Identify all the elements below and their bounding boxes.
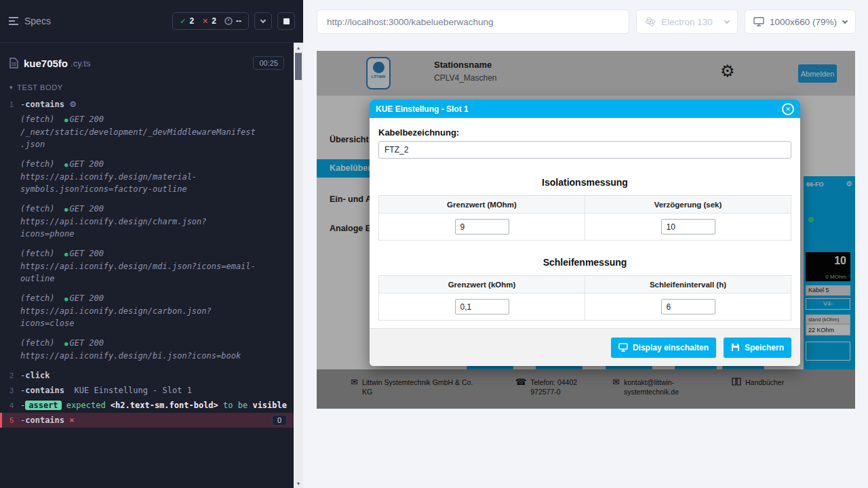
fetch-url: https://api.iconify.design/material-symb… — [20, 171, 259, 195]
gear-icon: ⚙ — [69, 100, 77, 109]
scroll-down-icon[interactable]: ▼ — [294, 479, 303, 488]
aut-iframe: LITTWIN Stationsname CPLV4_Maschen ⚙ Abm… — [317, 51, 855, 409]
assert-target: <h2.text-sm.font-bold> — [111, 401, 218, 410]
command-message: KUE Einstellung - Slot 1 — [74, 386, 191, 395]
fetch-url: /_next/static/development/_devMiddleware… — [20, 126, 259, 150]
caret-down-icon: ▾ — [9, 84, 13, 91]
aut-toolbar: Electron 130 1000x660 (79%) — [303, 0, 868, 43]
command-log: kue705fo .cy.ts 00:25 ▾ TEST BODY 1 cont… — [0, 43, 294, 488]
display-on-label: Display einschalten — [633, 343, 709, 352]
fetch-url: https://api.iconify.design/carbon.json?i… — [20, 305, 259, 329]
iso-col-verzoegerung: Verzögerung (sek) — [585, 196, 791, 214]
network-log-row[interactable]: (fetch) ●GET 200 https://api.iconify.des… — [0, 157, 294, 197]
save-icon — [731, 343, 740, 352]
pending-count: -- — [224, 16, 241, 26]
viewport-select[interactable]: 1000x660 (79%) — [745, 9, 856, 34]
loop-col-intervall: Schleifenintervall (h) — [585, 276, 791, 293]
cross-icon: ✕ — [202, 17, 208, 26]
address-bar[interactable] — [317, 9, 629, 34]
fetch-label: (fetch) — [20, 249, 55, 258]
isolation-table: Grenzwert (MOhm) Verzögerung (sek) — [378, 195, 791, 241]
status-dot-icon: ● — [64, 161, 68, 168]
assert-be: be — [238, 401, 248, 410]
network-log-row[interactable]: (fetch) ●GET 200 https://api.iconify.des… — [0, 291, 294, 331]
spec-extension: .cy.ts — [71, 58, 90, 68]
stop-tests-button[interactable] — [277, 12, 295, 30]
fetch-label: (fetch) — [20, 338, 55, 348]
failed-argument: × — [69, 415, 74, 425]
fetch-status: GET 200 — [69, 338, 104, 348]
specs-list-icon — [8, 16, 19, 26]
fetch-label: (fetch) — [20, 293, 55, 303]
scroll-up-icon[interactable]: ▲ — [294, 43, 303, 52]
scrollbar-thumb[interactable] — [295, 53, 302, 80]
chevron-down-icon — [724, 18, 730, 23]
assert-state: visible — [252, 401, 287, 410]
loop-col-grenzwert: Grenzwert (kOhm) — [379, 276, 585, 293]
status-dot-icon: ● — [64, 340, 68, 347]
reporter-header: Specs ✓2 ✕2 -- — [0, 0, 303, 43]
fetch-url: https://api.iconify.design/bi.json?icons… — [20, 350, 259, 362]
status-dot-icon: ● — [64, 251, 68, 258]
loop-table: Grenzwert (kOhm) Schleifenintervall (h) — [378, 275, 791, 321]
command-row-assert[interactable]: 4 assert expected <h2.text-sm.font-bold>… — [0, 398, 294, 413]
cypress-reporter: Specs ✓2 ✕2 -- kue705fo .cy.ts 00:25 ▾ T… — [0, 0, 303, 488]
clock-icon — [224, 17, 233, 25]
monitor-icon — [753, 17, 764, 26]
command-method: click — [25, 371, 50, 380]
fetch-status: GET 200 — [69, 115, 104, 124]
specs-menu-button[interactable]: Specs — [8, 16, 51, 26]
command-row[interactable]: 3 contains KUE Einstellung - Slot 1 — [0, 383, 294, 398]
command-number: 2 — [0, 369, 20, 380]
command-row[interactable]: 2 click — [0, 368, 294, 383]
assert-expected: expected — [66, 401, 106, 410]
save-button[interactable]: Speichern — [724, 338, 791, 358]
chevron-down-icon — [260, 17, 266, 22]
chevron-down-icon — [842, 18, 848, 23]
iso-verzoegerung-input[interactable] — [661, 219, 715, 235]
kue-settings-dialog: KUE Einstellung - Slot 1 ✕ Kabelbezeichn… — [370, 100, 800, 366]
passed-number: 2 — [189, 16, 194, 26]
dialog-footer: Display einschalten Speichern — [370, 328, 800, 366]
electron-icon — [645, 16, 656, 27]
iso-grenzwert-input[interactable] — [455, 219, 509, 235]
fetch-url: https://api.iconify.design/mdi.json?icon… — [20, 260, 259, 285]
command-method: contains — [25, 386, 64, 395]
stop-icon — [283, 18, 290, 24]
assert-method: assert — [25, 401, 61, 410]
section-label: TEST BODY — [17, 83, 63, 92]
command-number: 4 — [0, 399, 20, 409]
specs-label: Specs — [24, 16, 51, 26]
command-row-failed[interactable]: 5 contains × 0 — [0, 413, 294, 428]
test-body-toggle[interactable]: ▾ TEST BODY — [0, 74, 294, 97]
element-count-badge: 0 — [272, 415, 287, 426]
command-method: contains — [25, 100, 64, 109]
collapse-reporter-button[interactable] — [254, 12, 272, 30]
loop-grenzwert-input[interactable] — [455, 299, 509, 314]
reporter-scrollbar[interactable]: ▲ ▼ — [294, 43, 303, 488]
browser-select[interactable]: Electron 130 — [636, 9, 738, 34]
command-number: 1 — [0, 98, 20, 108]
network-log-row[interactable]: (fetch) ●GET 200 https://api.iconify.des… — [0, 246, 294, 286]
network-log-row[interactable]: (fetch) ●GET 200 https://api.iconify.des… — [0, 336, 294, 363]
loop-intervall-input[interactable] — [661, 299, 715, 314]
command-number: 3 — [0, 384, 20, 394]
close-icon[interactable]: ✕ — [782, 103, 794, 115]
isolation-section-title: Isolationsmessung — [378, 177, 791, 188]
display-on-button[interactable]: Display einschalten — [611, 338, 716, 358]
network-log-row[interactable]: (fetch) ●GET 200 https://api.iconify.des… — [0, 201, 294, 241]
fetch-label: (fetch) — [20, 159, 55, 169]
dialog-header: KUE Einstellung - Slot 1 ✕ — [370, 100, 800, 118]
command-number: 5 — [2, 414, 20, 424]
cable-name-input[interactable] — [378, 141, 791, 159]
fetch-url: https://api.iconify.design/charm.json?ic… — [20, 216, 259, 240]
spec-file-row[interactable]: kue705fo .cy.ts 00:25 — [0, 52, 294, 74]
fetch-label: (fetch) — [20, 115, 55, 124]
failed-number: 2 — [212, 16, 216, 26]
command-row[interactable]: 1 contains ⚙ — [0, 97, 294, 112]
pending-number: -- — [236, 16, 241, 26]
assert-to: to — [223, 401, 233, 410]
status-dot-icon: ● — [64, 206, 68, 213]
status-dot-icon: ● — [64, 296, 68, 302]
network-log-row[interactable]: (fetch) ●GET 200 /_next/static/developme… — [0, 112, 294, 152]
